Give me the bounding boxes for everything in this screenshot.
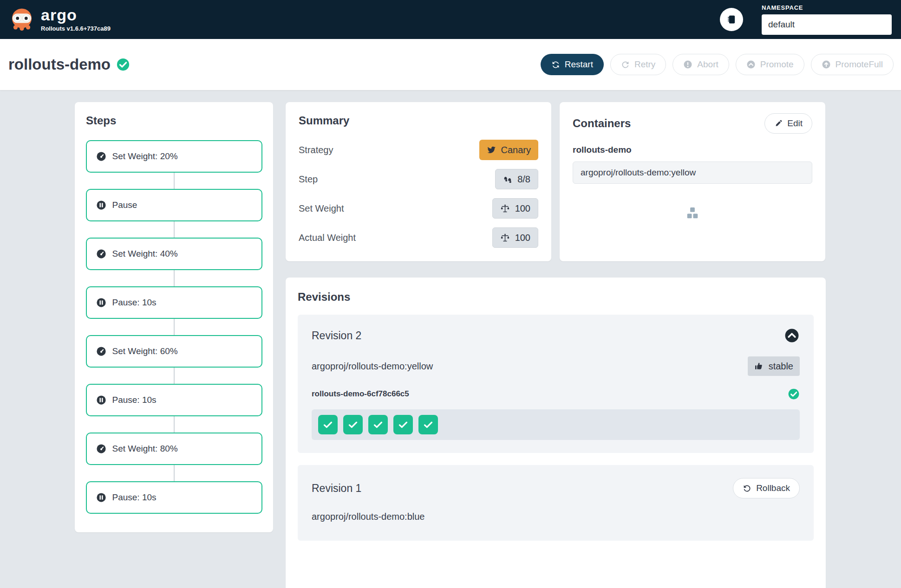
summary-title: Summary (299, 114, 538, 127)
pencil-icon (774, 119, 783, 128)
stable-label: stable (769, 361, 793, 372)
step-label: Pause: 10s (112, 297, 157, 308)
pod-status-icon (318, 415, 338, 434)
argo-rollouts-page: argo Rollouts v1.6.6+737ca89 NAMESPACE r… (0, 0, 901, 588)
step-item: Pause: 10s (86, 286, 262, 319)
steps-title: Steps (86, 114, 262, 127)
step-label: Pause: 10s (112, 395, 157, 405)
summary-card: Summary Strategy Canary Step 8/8 Set Wei… (286, 102, 551, 261)
revision-1-image-row: argoproj/rollouts-demo:blue (312, 511, 800, 522)
summary-rows: Strategy Canary Step 8/8 Set Weight 100 (299, 138, 538, 249)
canary-bird-icon (487, 145, 496, 155)
revision-1-head: Revision 1 Rollback (312, 478, 800, 498)
pause-circle-icon (96, 395, 106, 405)
promote-full-button[interactable]: PromoteFull (811, 54, 894, 75)
summary-row-set-weight: Set Weight 100 (299, 197, 538, 220)
navbar-right: NAMESPACE (720, 4, 892, 35)
summary-row-step: Step 8/8 (299, 168, 538, 191)
step-connector (174, 465, 175, 481)
promote-label: Promote (760, 59, 794, 70)
namespace-label: NAMESPACE (762, 4, 892, 11)
exclamation-circle-icon (683, 60, 692, 69)
step-item: Pause: 10s (86, 481, 262, 514)
container-image-box: argoproj/rollouts-demo:yellow (573, 162, 812, 184)
thumbs-up-icon (754, 362, 764, 371)
restart-label: Restart (565, 59, 593, 70)
cubes-icon (686, 206, 699, 220)
docs-button[interactable] (720, 8, 743, 31)
actual-weight-label: Actual Weight (299, 233, 356, 243)
step-connector (174, 270, 175, 286)
step-count-label: Step (299, 174, 318, 185)
chevron-circle-up-icon (746, 60, 756, 69)
namespace-block: NAMESPACE (762, 4, 892, 35)
container-image: argoproj/rollouts-demo:yellow (581, 168, 696, 178)
retry-button[interactable]: Retry (610, 54, 666, 75)
container-name: rollouts-demo (573, 145, 812, 155)
abort-button[interactable]: Abort (672, 54, 729, 75)
summary-row-strategy: Strategy Canary (299, 138, 538, 162)
step-label: Set Weight: 80% (112, 444, 178, 454)
balance-scale-icon (500, 204, 510, 213)
step-label: Set Weight: 20% (112, 151, 178, 162)
rollout-name: rollouts-demo (8, 56, 111, 73)
revision-2-image-row: argoproj/rollouts-demo:yellow stable (312, 356, 800, 376)
step-connector (174, 319, 175, 335)
cubes-wrap (573, 206, 812, 220)
revisions-title: Revisions (298, 291, 814, 304)
brand-name: argo (41, 7, 111, 23)
strategy-value: Canary (501, 145, 531, 155)
balance-scale-icon (500, 233, 510, 243)
revision-2-head: Revision 2 (312, 328, 800, 343)
steps-list: Set Weight: 20% Pause Set Weight: 40% Pa… (86, 140, 262, 514)
pod-status-icon (418, 415, 438, 434)
pods-bar (312, 409, 800, 440)
pod-status-icon (343, 415, 363, 434)
step-item: Set Weight: 20% (86, 140, 262, 173)
gauge-icon (96, 346, 106, 356)
step-label: Set Weight: 60% (112, 346, 178, 356)
revision-1-title: Revision 1 (312, 482, 361, 495)
actual-weight-value: 100 (515, 233, 530, 243)
step-count-value: 8/8 (517, 174, 530, 185)
rollback-button[interactable]: Rollback (733, 478, 800, 498)
gauge-icon (96, 444, 106, 454)
brand-version: Rollouts v1.6.6+737ca89 (41, 25, 111, 32)
step-count-badge: 8/8 (495, 169, 538, 189)
step-item: Pause (86, 189, 262, 221)
gauge-icon (96, 249, 106, 259)
set-weight-badge: 100 (492, 198, 538, 219)
set-weight-label: Set Weight (299, 203, 344, 214)
argo-logo-icon (9, 7, 34, 32)
footprints-icon (503, 174, 512, 184)
strategy-label: Strategy (299, 145, 333, 155)
revision-2-image: argoproj/rollouts-demo:yellow (312, 361, 433, 372)
step-item: Set Weight: 40% (86, 238, 262, 270)
top-navbar: argo Rollouts v1.6.6+737ca89 NAMESPACE (0, 0, 901, 39)
undo-icon (743, 484, 751, 493)
retry-label: Retry (634, 59, 655, 70)
strategy-badge: Canary (479, 140, 538, 160)
rollout-header: rollouts-demo Restart Retry Abort Promot… (0, 39, 901, 90)
brand-block: argo Rollouts v1.6.6+737ca89 (41, 7, 111, 32)
revision-2-panel: Revision 2 argoproj/rollouts-demo:yellow… (298, 315, 814, 453)
summary-row-actual-weight: Actual Weight 100 (299, 226, 538, 249)
pause-circle-icon (96, 492, 106, 503)
abort-label: Abort (697, 59, 718, 70)
step-label: Pause: 10s (112, 492, 157, 503)
collapse-button[interactable] (784, 328, 800, 343)
promote-button[interactable]: Promote (736, 54, 804, 75)
namespace-input[interactable] (762, 14, 892, 35)
step-item: Set Weight: 80% (86, 433, 262, 465)
restart-button[interactable]: Restart (541, 54, 604, 75)
step-label: Set Weight: 40% (112, 249, 178, 259)
revision-2-title: Revision 2 (312, 330, 361, 342)
edit-label: Edit (787, 118, 803, 129)
arrow-circle-up-icon (822, 60, 831, 69)
page-title: rollouts-demo (8, 56, 130, 73)
pause-circle-icon (96, 200, 106, 210)
containers-card: Containers Edit rollouts-demo argoproj/r… (560, 102, 825, 261)
containers-head: Containers Edit (573, 113, 812, 134)
promote-full-label: PromoteFull (836, 59, 883, 70)
edit-button[interactable]: Edit (764, 113, 812, 134)
